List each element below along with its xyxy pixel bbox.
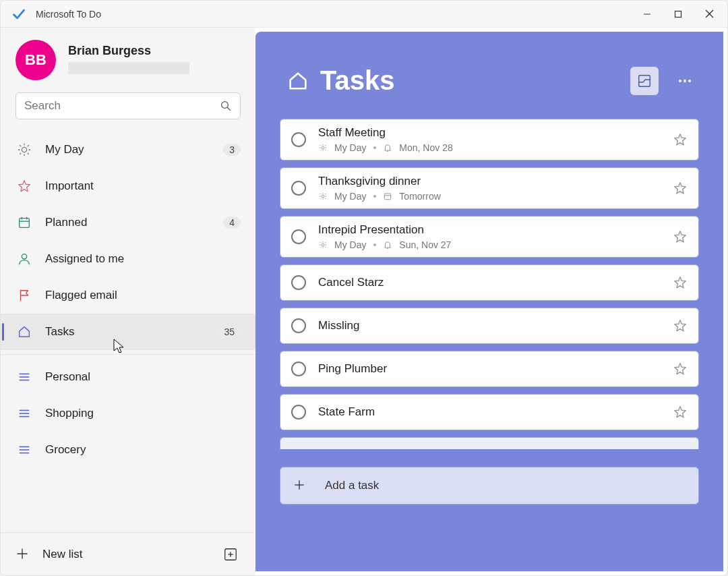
svg-line-46 [320, 150, 321, 150]
svg-line-14 [28, 145, 29, 146]
sidebar-item-planned[interactable]: Planned4 [1, 204, 255, 241]
sidebar-item-myday[interactable]: My Day3 [1, 132, 255, 168]
close-button[interactable] [694, 1, 725, 28]
complete-checkbox[interactable] [291, 362, 306, 376]
list-icon [16, 405, 33, 422]
task-card[interactable]: Staff MeetingMy Day•Mon, Nov 28 [280, 119, 699, 161]
sidebar-list-personal[interactable]: Personal [1, 359, 255, 395]
svg-point-60 [322, 243, 324, 246]
page-title: Tasks [320, 65, 630, 96]
title-bar: Microsoft To Do [1, 1, 727, 28]
sidebar-item-tasks[interactable]: Tasks35 [1, 314, 255, 350]
task-meta: My Day•Mon, Nov 28 [318, 142, 665, 153]
task-meta: My Day•Sun, Nov 27 [318, 239, 665, 250]
sidebar-item-label: Flagged email [45, 289, 241, 302]
complete-checkbox[interactable] [291, 405, 306, 420]
home-icon [16, 323, 33, 341]
add-task-row[interactable]: Add a task [280, 467, 699, 505]
svg-line-47 [325, 145, 326, 146]
complete-checkbox[interactable] [291, 229, 306, 244]
plus-icon [293, 478, 307, 493]
task-myday-label: My Day [334, 142, 366, 153]
bottom-bar: New list [1, 532, 255, 575]
svg-line-65 [320, 242, 321, 243]
svg-line-66 [325, 247, 326, 248]
svg-point-19 [22, 254, 26, 259]
star-icon[interactable] [673, 229, 688, 244]
star-icon[interactable] [673, 405, 688, 420]
svg-line-67 [320, 247, 321, 248]
task-card[interactable]: Intrepid PresentationMy Day•Sun, Nov 27 [280, 216, 699, 258]
task-meta: My Day•Tomorrow [318, 191, 665, 202]
complete-checkbox[interactable] [291, 181, 306, 196]
svg-line-5 [227, 107, 231, 111]
svg-line-57 [325, 194, 326, 194]
star-icon [16, 177, 33, 195]
sun-icon [318, 240, 328, 250]
sidebar-item-assigned[interactable]: Assigned to me [1, 241, 255, 277]
maximize-button[interactable] [663, 1, 694, 28]
complete-checkbox[interactable] [291, 275, 306, 290]
home-icon [285, 68, 311, 94]
task-myday-label: My Day [334, 191, 366, 202]
complete-checkbox[interactable] [291, 318, 306, 333]
svg-point-4 [222, 102, 229, 109]
star-icon[interactable] [673, 275, 688, 290]
star-icon[interactable] [673, 318, 688, 333]
svg-rect-15 [20, 219, 30, 228]
svg-point-37 [684, 80, 686, 82]
svg-line-13 [20, 153, 21, 154]
task-due-label: Tomorrow [399, 191, 440, 202]
profile-email-redacted [68, 62, 189, 74]
task-title: Intrepid Presentation [318, 223, 665, 237]
sidebar-item-label: Grocery [45, 443, 241, 457]
avatar: BB [16, 40, 56, 80]
task-due-label: Sun, Nov 27 [399, 239, 451, 250]
suggestions-button[interactable] [630, 67, 659, 95]
sidebar-list-shopping[interactable]: Shopping [1, 395, 255, 432]
task-title: State Farm [318, 405, 665, 419]
sidebar-item-label: Important [45, 179, 241, 193]
sidebar-item-label: My Day [45, 143, 223, 156]
calendar-icon [16, 214, 33, 231]
new-group-button[interactable] [220, 544, 241, 565]
flag-icon [16, 287, 33, 304]
svg-rect-58 [385, 194, 391, 200]
svg-point-36 [679, 80, 681, 82]
complete-checkbox[interactable] [291, 132, 306, 147]
list-icon [16, 441, 33, 459]
svg-point-6 [22, 147, 26, 152]
profile-section[interactable]: BB Brian Burgess [1, 40, 255, 90]
list-icon [16, 368, 33, 386]
search-input[interactable] [24, 99, 220, 113]
star-icon[interactable] [673, 132, 688, 147]
search-icon [220, 100, 232, 112]
task-title: Missling [318, 319, 665, 333]
task-title: Thanksgiving dinner [318, 175, 665, 188]
app-window: Microsoft To Do BB Brian Burgess [0, 0, 728, 576]
bell-icon [383, 240, 392, 250]
svg-line-56 [320, 198, 321, 199]
minimize-button[interactable] [632, 1, 663, 28]
sidebar-item-flagged[interactable]: Flagged email [1, 277, 255, 314]
more-options-button[interactable] [671, 67, 699, 95]
nav-list: My Day3ImportantPlanned4Assigned to meFl… [1, 129, 255, 532]
person-icon [16, 250, 33, 268]
app-title: Microsoft To Do [36, 9, 101, 20]
sidebar-item-important[interactable]: Important [1, 168, 255, 204]
task-card[interactable]: State Farm [280, 394, 699, 430]
task-card[interactable]: Cancel Starz [280, 264, 699, 301]
sun-icon [16, 141, 33, 159]
sidebar-item-label: Tasks [45, 325, 218, 339]
star-icon[interactable] [673, 362, 688, 376]
search-box[interactable] [16, 92, 241, 119]
new-list-button[interactable]: New list [42, 548, 220, 561]
task-card[interactable]: Thanksgiving dinnerMy Day•Tomorrow [280, 167, 699, 209]
star-icon[interactable] [673, 181, 688, 196]
sidebar-list-grocery[interactable]: Grocery [1, 432, 255, 468]
calendar-icon [383, 192, 392, 201]
bell-icon [383, 143, 392, 152]
task-card[interactable]: Missling [280, 308, 699, 344]
task-card[interactable]: Ping Plumber [280, 351, 699, 387]
sidebar-item-count: 35 [218, 326, 241, 338]
